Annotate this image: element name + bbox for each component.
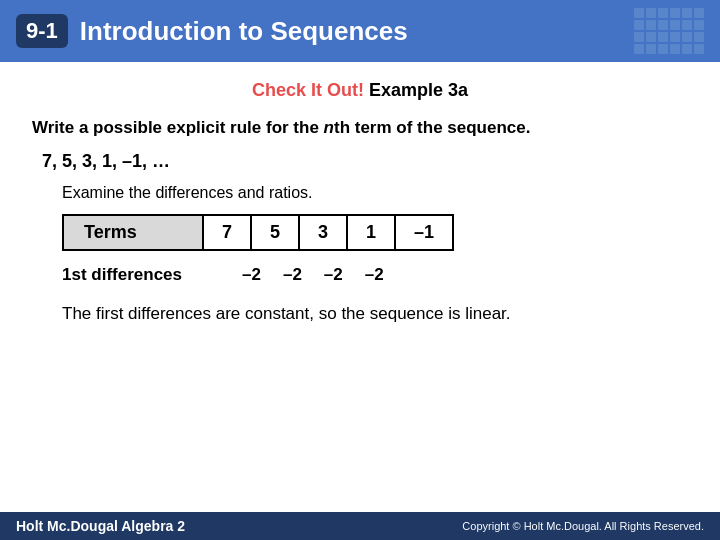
grid-cell <box>682 8 692 18</box>
lesson-badge: 9-1 <box>16 14 68 48</box>
instruction-after: th term of the sequence. <box>334 118 530 137</box>
grid-cell <box>682 32 692 42</box>
footer: Holt Mc.Dougal Algebra 2 Copyright © Hol… <box>0 512 720 540</box>
diff-val-1: –2 <box>242 265 261 285</box>
grid-cell <box>658 44 668 54</box>
example-label: Example 3a <box>364 80 468 100</box>
grid-cell <box>682 20 692 30</box>
grid-cell <box>694 20 704 30</box>
table-cell-1: 1 <box>347 215 395 250</box>
terms-table-container: Terms 7 5 3 1 –1 <box>62 214 688 251</box>
grid-cell <box>694 44 704 54</box>
diff-val-4: –2 <box>365 265 384 285</box>
grid-cell <box>670 20 680 30</box>
grid-cell <box>658 32 668 42</box>
table-cell-7: 7 <box>203 215 251 250</box>
diff-val-2: –2 <box>283 265 302 285</box>
grid-cell <box>634 32 644 42</box>
sequence-line: 7, 5, 3, 1, –1, … <box>42 151 688 172</box>
differences-values: –2 –2 –2 –2 <box>242 265 384 285</box>
check-it-out-heading: Check It Out! Example 3a <box>32 80 688 101</box>
diff-val-3: –2 <box>324 265 343 285</box>
check-it-out-label: Check It Out! <box>252 80 364 100</box>
table-cell-neg1: –1 <box>395 215 453 250</box>
instruction-text: Write a possible explicit rule for the n… <box>32 115 688 141</box>
grid-cell <box>646 8 656 18</box>
differences-label: 1st differences <box>62 265 242 285</box>
terms-header-cell: Terms <box>63 215 203 250</box>
grid-cell <box>658 8 668 18</box>
grid-cell <box>634 8 644 18</box>
examine-text: Examine the differences and ratios. <box>62 184 688 202</box>
table-cell-3: 3 <box>299 215 347 250</box>
differences-row: 1st differences –2 –2 –2 –2 <box>62 265 688 285</box>
grid-cell <box>646 44 656 54</box>
footer-publisher: Holt Mc.Dougal Algebra 2 <box>16 518 185 534</box>
header: 9-1 Introduction to Sequences <box>0 0 720 62</box>
grid-cell <box>694 8 704 18</box>
table-row: Terms 7 5 3 1 –1 <box>63 215 453 250</box>
instruction-italic: n <box>324 118 334 137</box>
conclusion-text: The first differences are constant, so t… <box>62 301 688 327</box>
footer-copyright: Copyright © Holt Mc.Dougal. All Rights R… <box>462 520 704 532</box>
grid-cell <box>658 20 668 30</box>
instruction-before: Write a possible explicit rule for the <box>32 118 324 137</box>
grid-cell <box>646 32 656 42</box>
terms-table: Terms 7 5 3 1 –1 <box>62 214 454 251</box>
table-cell-5: 5 <box>251 215 299 250</box>
grid-cell <box>670 8 680 18</box>
grid-cell <box>646 20 656 30</box>
decorative-grid <box>634 8 704 54</box>
main-content: Check It Out! Example 3a Write a possibl… <box>0 62 720 339</box>
header-title: Introduction to Sequences <box>80 16 408 47</box>
grid-cell <box>670 32 680 42</box>
grid-cell <box>682 44 692 54</box>
grid-cell <box>634 44 644 54</box>
grid-cell <box>694 32 704 42</box>
grid-cell <box>634 20 644 30</box>
grid-cell <box>670 44 680 54</box>
